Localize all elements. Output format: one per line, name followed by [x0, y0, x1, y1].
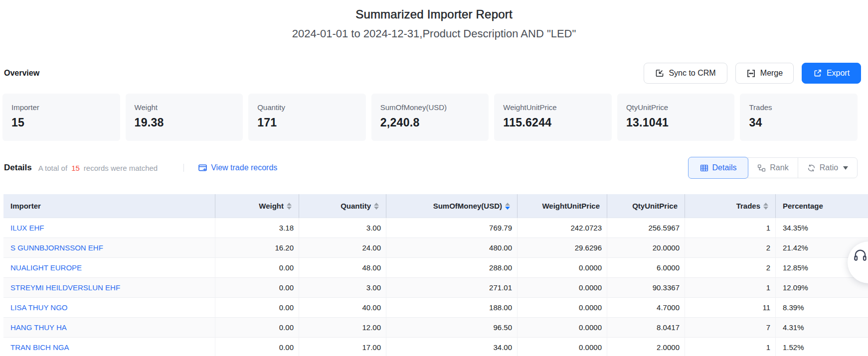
- trade-records-icon: [198, 163, 207, 173]
- cell-importer: LISA THUY NGO: [3, 298, 215, 318]
- stat-label: WeightUnitPrice: [503, 103, 603, 112]
- stat-label: Quantity: [257, 103, 357, 112]
- cell-sumofmoney-usd: 288.00: [386, 258, 517, 278]
- tab-ratio-label: Ratio: [820, 163, 838, 172]
- cell-importer: TRAN BICH NGA: [3, 338, 215, 356]
- view-trade-records-link[interactable]: View trade records: [198, 163, 277, 173]
- cell-importer: STREYMI HEILDVERSLUN EHF: [3, 278, 215, 298]
- cell-sumofmoney-usd: 34.00: [386, 338, 517, 356]
- view-switcher: Details Rank Ratio: [689, 157, 858, 178]
- importer-table: ImporterWeightQuantitySumOfMoney(USD)Wei…: [3, 194, 868, 356]
- overview-heading: Overview: [4, 69, 39, 78]
- column-label: Quantity: [341, 202, 371, 210]
- cell-trades: 2: [685, 238, 775, 258]
- stat-card-sumofmoney: SumOfMoney(USD) 2,240.8: [371, 94, 489, 141]
- importer-link[interactable]: STREYMI HEILDVERSLUN EHF: [10, 283, 120, 292]
- page-title: Summarized Importer Report: [0, 7, 868, 21]
- headset-icon: [853, 247, 868, 263]
- column-header-importer: Importer: [3, 194, 215, 218]
- tab-ratio[interactable]: Ratio: [798, 158, 857, 178]
- cell-weight: 16.20: [215, 238, 299, 258]
- rank-icon: [757, 164, 766, 172]
- importer-link[interactable]: TRAN BICH NGA: [10, 343, 69, 352]
- stat-label: Importer: [11, 103, 111, 112]
- stat-value: 13.1041: [626, 116, 726, 129]
- cell-weightunitprice: 0.0000: [517, 338, 607, 356]
- column-header-quantity[interactable]: Quantity: [299, 194, 386, 218]
- overview-row: Overview Sync to CRM Merge Export: [4, 63, 861, 84]
- cell-weightunitprice: 0.0000: [517, 298, 607, 318]
- importer-link[interactable]: NUALIGHT EUROPE: [10, 263, 82, 272]
- column-label: Trades: [736, 202, 760, 210]
- cell-sumofmoney-usd: 480.00: [386, 238, 517, 258]
- tab-rank-label: Rank: [770, 163, 788, 172]
- column-header-qtyunitprice: QtyUnitPrice: [607, 194, 685, 218]
- stat-value: 19.38: [135, 116, 234, 129]
- cell-importer: NUALIGHT EUROPE: [3, 258, 215, 278]
- column-header-sumofmoney-usd[interactable]: SumOfMoney(USD): [386, 194, 517, 218]
- cell-sumofmoney-usd: 96.50: [386, 318, 517, 338]
- matched-count: 15: [71, 164, 80, 172]
- cell-qtyunitprice: 2.0000: [607, 338, 685, 356]
- column-header-weight[interactable]: Weight: [215, 194, 299, 218]
- stat-card-qtyunitprice: QtyUnitPrice 13.1041: [617, 94, 735, 141]
- page-subtitle: 2024-01-01 to 2024-12-31,Product Descrip…: [0, 27, 868, 40]
- export-label: Export: [827, 69, 850, 78]
- stat-value: 171: [257, 116, 357, 129]
- stat-value: 2,240.8: [380, 116, 480, 129]
- cell-trades: 11: [685, 298, 775, 318]
- overview-stats: Importer 15 Weight 19.38 Quantity 171 Su…: [2, 94, 858, 141]
- importer-link[interactable]: HANG THUY HA: [10, 323, 67, 332]
- sync-to-crm-icon: [655, 69, 664, 78]
- column-label: Weight: [259, 202, 284, 210]
- cell-weight: 0.00: [215, 258, 299, 278]
- cell-weightunitprice: 29.6296: [517, 238, 607, 258]
- cell-weightunitprice: 0.0000: [517, 278, 607, 298]
- sort-icon: [287, 203, 292, 210]
- stat-label: Trades: [749, 103, 849, 112]
- cell-weight: 3.18: [215, 218, 299, 238]
- export-icon: [813, 69, 822, 78]
- column-header-percentage: Percentage: [775, 194, 868, 218]
- cell-percentage: 8.39%: [775, 298, 868, 318]
- column-label: QtyUnitPrice: [632, 202, 678, 210]
- cell-trades: 7: [685, 318, 775, 338]
- tab-rank[interactable]: Rank: [748, 158, 798, 178]
- cell-weightunitprice: 0.0000: [517, 258, 607, 278]
- export-button[interactable]: Export: [802, 63, 861, 84]
- stat-card-weight: Weight 19.38: [126, 94, 243, 141]
- cell-percentage: 34.35%: [775, 218, 868, 238]
- table-row: TRAN BICH NGA0.0017.0034.000.00002.00001…: [3, 338, 868, 356]
- cell-percentage: 4.31%: [775, 318, 868, 338]
- cell-sumofmoney-usd: 271.01: [386, 278, 517, 298]
- cell-trades: 2: [685, 258, 775, 278]
- tab-details[interactable]: Details: [689, 157, 748, 178]
- importer-link[interactable]: ILUX EHF: [10, 224, 44, 232]
- details-heading: Details: [4, 163, 32, 173]
- sync-to-crm-label: Sync to CRM: [669, 69, 715, 78]
- stat-card-quantity: Quantity 171: [248, 94, 366, 141]
- details-icon: [700, 164, 708, 172]
- cell-weight: 0.00: [215, 298, 299, 318]
- merge-button[interactable]: Merge: [735, 63, 794, 84]
- merge-label: Merge: [760, 69, 783, 78]
- column-label: Percentage: [783, 202, 823, 210]
- cell-sumofmoney-usd: 188.00: [386, 298, 517, 318]
- stat-card-weightunitprice: WeightUnitPrice 115.6244: [494, 94, 612, 141]
- importer-link[interactable]: LISA THUY NGO: [10, 303, 68, 312]
- cell-trades: 1: [685, 218, 775, 238]
- cell-weightunitprice: 0.0000: [517, 318, 607, 338]
- cell-qtyunitprice: 8.0417: [607, 318, 685, 338]
- cell-qtyunitprice: 90.3367: [607, 278, 685, 298]
- cell-quantity: 48.00: [299, 258, 386, 278]
- cell-trades: 1: [685, 338, 775, 356]
- cell-qtyunitprice: 256.5967: [607, 218, 685, 238]
- divider: [183, 164, 184, 172]
- cell-qtyunitprice: 4.7000: [607, 298, 685, 318]
- view-trade-records-label: View trade records: [211, 163, 277, 172]
- column-header-trades[interactable]: Trades: [685, 194, 775, 218]
- importer-link[interactable]: S GUNNBJORNSSON EHF: [10, 243, 103, 252]
- sync-to-crm-button[interactable]: Sync to CRM: [644, 63, 727, 84]
- table-row: NUALIGHT EUROPE0.0048.00288.000.00006.00…: [3, 258, 868, 278]
- cell-weight: 0.00: [215, 278, 299, 298]
